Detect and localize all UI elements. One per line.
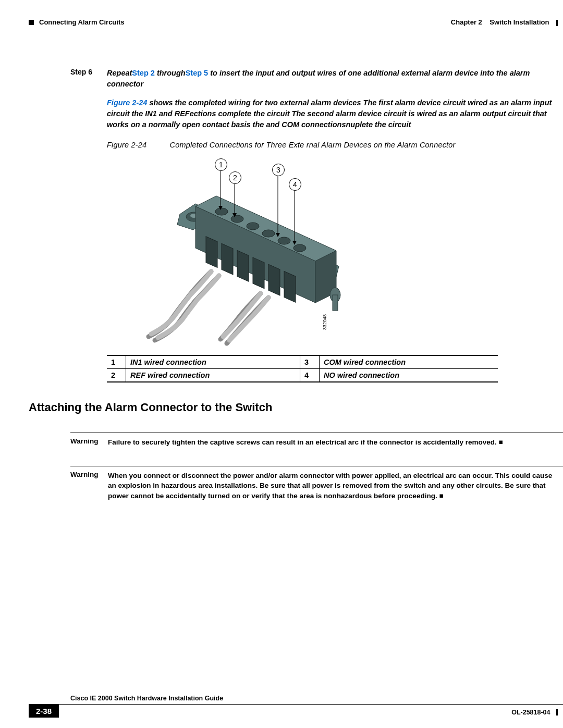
callout-2: 2	[229, 171, 241, 184]
warning-block-1: Warning Failure to securely tighten the …	[70, 433, 563, 448]
svg-point-7	[262, 230, 275, 237]
step-6-row: Step 6 RepeatStep 2 throughStep 5 to ins…	[70, 68, 563, 90]
step2-link[interactable]: Step 2	[132, 69, 155, 77]
step6-mid1: through	[155, 69, 186, 77]
connector-svg	[107, 157, 357, 350]
warning-block-2: Warning When you connect or disconnect t…	[70, 466, 563, 501]
svg-point-8	[278, 237, 290, 244]
callout-3: 3	[272, 164, 285, 176]
header-left: Connecting Alarm Circuits	[29, 18, 124, 26]
legend-cell: NO wired connection	[319, 369, 498, 382]
step6-pre: Repeat	[107, 69, 132, 77]
legend-cell: 1	[107, 355, 126, 369]
step-6-body: RepeatStep 2 throughStep 5 to insert the…	[107, 68, 563, 90]
legend-cell: IN1 wired connection	[126, 355, 300, 369]
figure-caption: Figure 2-24 Completed Connections for Th…	[107, 141, 563, 149]
legend-cell: REF wired connection	[126, 369, 300, 382]
chapter-title: Switch Installation	[489, 18, 549, 26]
legend-cell: COM wired connection	[319, 355, 498, 369]
callout-4: 4	[289, 178, 301, 191]
legend-cell: 4	[300, 369, 319, 382]
svg-rect-15	[284, 272, 296, 303]
footer-right: OL-25818-04	[511, 707, 563, 716]
chapter-num: Chapter 2	[451, 18, 482, 26]
step-6-label: Step 6	[70, 68, 107, 90]
paragraph-1: Figure 2-24 shows the completed wiring f…	[107, 97, 563, 130]
legend-cell: 2	[107, 369, 126, 382]
step5-link[interactable]: Step 5	[186, 69, 209, 77]
svg-rect-12	[237, 251, 249, 282]
header-right: Chapter 2 Switch Installation	[451, 18, 563, 26]
svg-rect-13	[253, 257, 264, 289]
header-square-icon	[29, 20, 34, 25]
svg-rect-17	[333, 295, 338, 311]
warning-body: When you connect or disconnect the power…	[108, 466, 563, 501]
section-heading: Attaching the Alarm Connector to the Swi…	[29, 401, 563, 414]
figure-2-24-link[interactable]: Figure 2-24	[107, 98, 147, 107]
callout-1: 1	[215, 158, 227, 171]
page-header: Connecting Alarm Circuits Chapter 2 Swit…	[29, 18, 563, 26]
header-bar-icon	[556, 20, 558, 26]
section-name: Connecting Alarm Circuits	[39, 18, 124, 26]
warning-label: Warning	[70, 466, 108, 501]
legend-cell: 3	[300, 355, 319, 369]
figure-legend-table: 1 IN1 wired connection 3 COM wired conne…	[107, 355, 498, 382]
page-footer: Cisco IE 2000 Switch Hardware Installati…	[29, 695, 563, 718]
figure-number: Figure 2-24	[107, 141, 146, 149]
footer-doc-title: Cisco IE 2000 Switch Hardware Installati…	[70, 695, 563, 702]
footer-bar-icon	[556, 709, 558, 715]
table-row: 1 IN1 wired connection 3 COM wired conne…	[107, 355, 498, 369]
warning-body: Failure to securely tighten the captive …	[108, 433, 563, 448]
content-area: Step 6 RepeatStep 2 throughStep 5 to ins…	[29, 68, 563, 519]
svg-point-6	[247, 223, 259, 230]
figure-title: Completed Connections for Three Exte rna…	[170, 141, 456, 149]
svg-point-9	[293, 244, 306, 252]
page-number-badge: 2-38	[29, 705, 59, 718]
para1-text: shows the completed wiring for two exter…	[107, 98, 552, 129]
alarm-connector-diagram: 1 2 3 4 332048	[107, 157, 563, 350]
image-number: 332048	[322, 314, 327, 330]
svg-point-5	[231, 215, 243, 223]
svg-rect-14	[268, 264, 280, 295]
svg-point-4	[215, 208, 228, 215]
footer-line: 2-38 OL-25818-04	[29, 704, 563, 718]
doc-id: OL-25818-04	[511, 709, 550, 716]
table-row: 2 REF wired connection 4 NO wired connec…	[107, 369, 498, 382]
warning-label: Warning	[70, 433, 108, 448]
svg-rect-10	[206, 237, 217, 268]
svg-rect-11	[222, 243, 233, 275]
